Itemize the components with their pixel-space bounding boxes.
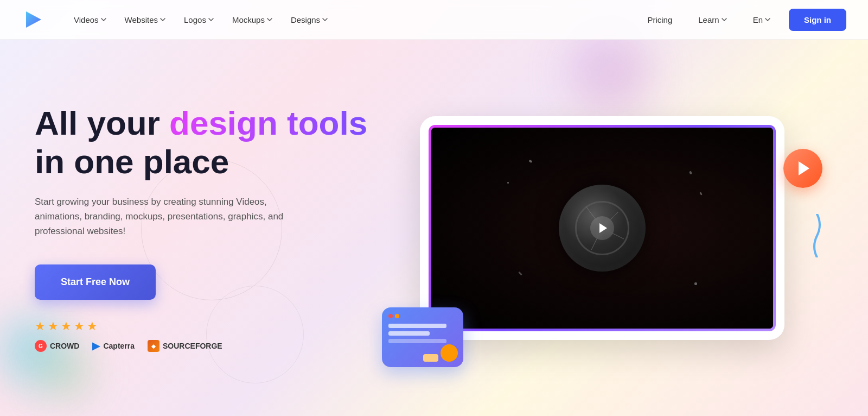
nav-item-mockups[interactable]: Mockups [225,11,280,29]
signin-button[interactable]: Sign in [789,9,846,31]
star-2: ★ [48,319,59,333]
hero-section: All your design tools in one place Start… [0,40,868,416]
squiggle-deco [806,214,828,260]
debris-1 [528,159,532,162]
video-background [431,128,773,329]
hero-right [371,116,833,340]
play-triangle-icon [799,161,809,175]
nav-item-logos[interactable]: Logos [176,11,221,29]
video-frame [429,125,776,331]
play-icon [599,223,607,233]
debris-3 [518,271,522,275]
card-dot-orange [395,314,399,318]
svg-marker-0 [26,11,41,28]
hero-left: All your design tools in one place Start… [35,104,371,352]
capterra-icon: ▶ [92,340,100,352]
card-dot-red [388,314,393,318]
cta-start-button[interactable]: Start Free Now [35,264,156,300]
nav-learn[interactable]: Learn [691,11,734,29]
star-5: ★ [87,319,98,333]
video-play-button[interactable] [590,216,614,240]
nav-right-items: Pricing Learn En Sign in [640,9,846,31]
debris-2 [689,171,692,174]
review-badges: G CROWD ▶ Capterra ◆ SOURCEFORGE [35,340,371,352]
card-line-1 [388,324,446,328]
logo[interactable] [22,8,44,31]
sourceforge-icon: ◆ [148,340,159,352]
nav-pricing[interactable]: Pricing [640,11,680,29]
hero-subtitle: Start growing your business by creating … [35,194,306,239]
debris-6 [699,192,703,196]
badge-capterra[interactable]: ▶ Capterra [92,340,135,352]
g2-icon: G [35,340,47,352]
star-4: ★ [74,319,85,333]
nav-item-designs[interactable]: Designs [283,11,335,29]
video-card[interactable] [420,116,784,340]
nav-left-items: Videos Websites Logos Mockups Designs [66,11,640,29]
badge-g2[interactable]: G CROWD [35,340,79,352]
card-lines [388,324,457,343]
card-line-3 [388,339,446,343]
star-rating: ★ ★ ★ ★ ★ [35,319,371,333]
card-circle [441,344,458,362]
star-3: ★ [61,319,72,333]
nav-item-websites[interactable]: Websites [117,11,173,29]
hero-title: All your design tools in one place [35,104,371,181]
star-1: ★ [35,319,46,333]
card-line-2 [388,331,430,336]
debris-4 [694,282,698,285]
sphere-visual [548,174,656,282]
badge-sourceforge[interactable]: ◆ SOURCEFORGE [148,340,222,352]
float-design-card [382,307,463,367]
nav-item-videos[interactable]: Videos [66,11,114,29]
debris-5 [507,182,509,184]
design-card-visual [382,307,463,367]
float-play-button[interactable] [783,149,822,188]
card-dots [388,314,399,318]
card-rect [423,354,438,362]
nav-language[interactable]: En [745,11,778,29]
navbar: Videos Websites Logos Mockups Designs Pr… [0,0,868,40]
